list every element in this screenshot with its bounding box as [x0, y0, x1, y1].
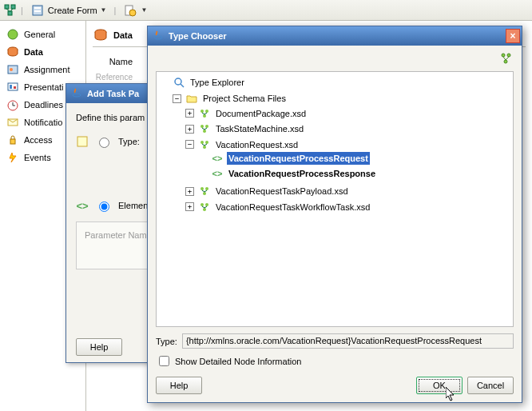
- type-tree[interactable]: Type Explorer − Project Schema Files: [156, 71, 514, 327]
- element-icon: <>: [76, 199, 89, 212]
- svg-line-29: [503, 57, 506, 60]
- tree-tsm-label: TaskStateMachine.xsd: [214, 122, 305, 135]
- expand-icon[interactable]: +: [185, 109, 194, 118]
- tc-help-button[interactable]: Help: [156, 377, 202, 394]
- toolbar-extra-button[interactable]: ▼: [119, 1, 151, 20]
- chevron-down-icon: ▼: [101, 6, 107, 14]
- sidebar-item-label: General: [24, 30, 55, 39]
- svg-rect-7: [34, 10, 41, 12]
- expand-icon[interactable]: +: [185, 202, 194, 211]
- tree-psf-label: Project Schema Files: [201, 92, 288, 105]
- param-name-label: Parameter Name: [85, 230, 152, 240]
- java-icon: [71, 87, 82, 100]
- form-icon: [30, 3, 45, 18]
- auto-layout-icon[interactable]: [3, 3, 18, 18]
- svg-point-40: [203, 130, 206, 133]
- svg-line-57: [204, 206, 207, 208]
- sidebar-item-assignment[interactable]: Assignment: [0, 61, 85, 78]
- svg-rect-14: [8, 83, 18, 90]
- tree-vr-resp[interactable]: <> VacationRequestProcessResponse: [198, 167, 377, 180]
- tree-vr-req[interactable]: <> VacationRequestProcessRequest: [198, 152, 370, 165]
- tree-vrtwt-label: VacationRequestTaskWorkflowTask.xsd: [214, 201, 371, 213]
- tree-tsm[interactable]: + TaskStateMachine.xsd: [185, 122, 305, 135]
- type-radio[interactable]: [99, 138, 109, 148]
- atp-help-button[interactable]: Help: [76, 338, 122, 356]
- svg-point-45: [203, 146, 206, 149]
- tree-psf[interactable]: − Project Schema Files: [173, 92, 288, 105]
- tree-docpkg[interactable]: + DocumentPackage.xsd: [185, 107, 308, 120]
- tree-root[interactable]: Type Explorer: [160, 76, 246, 89]
- svg-point-44: [205, 141, 208, 144]
- assignment-icon: [6, 63, 19, 76]
- svg-rect-1: [11, 5, 15, 9]
- svg-point-48: [200, 187, 204, 190]
- tree-vrtp[interactable]: + VacationRequestTaskPayload.xsd: [185, 185, 350, 198]
- ref-label: Reference: [93, 73, 133, 82]
- svg-point-31: [175, 78, 181, 85]
- svg-point-49: [205, 187, 208, 190]
- svg-point-9: [129, 10, 136, 16]
- svg-rect-24: [77, 137, 87, 146]
- xsd-icon: [198, 201, 211, 213]
- type-icon: [76, 135, 89, 148]
- type-field[interactable]: {http://xmlns.oracle.com/VacationRequest…: [182, 333, 514, 349]
- svg-point-53: [200, 203, 204, 206]
- tc-body: Type Explorer − Project Schema Files: [148, 46, 522, 402]
- name-label: Name: [93, 57, 133, 66]
- xsd-icon: [198, 138, 211, 151]
- show-detail-label: Show Detailed Node Information: [175, 357, 301, 366]
- sidebar-item-label: Presentati: [24, 82, 64, 92]
- close-button[interactable]: ×: [506, 29, 520, 43]
- deadlines-icon: [6, 98, 19, 111]
- svg-line-46: [202, 144, 204, 146]
- svg-point-23: [73, 94, 81, 97]
- folder-open-icon: [185, 92, 198, 105]
- svg-rect-2: [8, 11, 12, 15]
- java-icon: [153, 30, 164, 42]
- sidebar-item-data[interactable]: Data: [0, 43, 85, 61]
- tree-vr-resp-label: VacationRequestProcessResponse: [227, 167, 377, 180]
- svg-rect-0: [5, 5, 9, 9]
- svg-rect-21: [10, 139, 15, 144]
- svg-line-52: [204, 190, 207, 192]
- tc-footer: Help OK Cancel: [156, 377, 514, 394]
- create-form-button[interactable]: Create Form ▼: [26, 1, 111, 20]
- show-detail-checkbox[interactable]: [159, 356, 169, 366]
- xsd-icon: [198, 107, 211, 120]
- svg-point-13: [10, 68, 13, 71]
- close-icon: ×: [510, 31, 515, 41]
- sidebar-item-label: Assignment: [24, 65, 69, 74]
- svg-point-28: [504, 60, 507, 63]
- svg-rect-6: [34, 7, 41, 9]
- tc-titlebar[interactable]: Type Chooser ×: [148, 26, 522, 46]
- collapse-icon[interactable]: −: [185, 140, 194, 149]
- element-icon: <>: [211, 167, 224, 180]
- tree-vrtwt[interactable]: + VacationRequestTaskWorkflowTask.xsd: [185, 201, 371, 213]
- svg-line-42: [204, 128, 207, 130]
- tree-vr-req-label: VacationRequestProcessRequest: [227, 152, 370, 165]
- svg-point-26: [502, 54, 505, 57]
- svg-rect-15: [10, 85, 12, 89]
- sidebar-item-general[interactable]: General: [0, 26, 85, 43]
- chevron-down-icon: ▼: [141, 6, 147, 14]
- ok-button[interactable]: OK: [416, 377, 463, 394]
- expand-icon[interactable]: +: [185, 125, 194, 134]
- svg-point-54: [205, 203, 208, 206]
- svg-line-36: [202, 113, 204, 114]
- access-icon: [6, 134, 19, 146]
- sidebar-item-label: Events: [24, 153, 51, 162]
- cancel-button[interactable]: Cancel: [467, 377, 514, 394]
- general-icon: [6, 28, 19, 41]
- svg-line-41: [202, 128, 204, 130]
- sidebar-item-label: Access: [24, 135, 52, 145]
- tree-docpkg-label: DocumentPackage.xsd: [214, 107, 308, 120]
- schema-tree-icon[interactable]: [499, 52, 514, 66]
- collapse-icon[interactable]: −: [173, 94, 181, 103]
- type-row: Type: {http://xmlns.oracle.com/VacationR…: [156, 333, 514, 349]
- tree-vr[interactable]: − VacationRequest.xsd: [185, 138, 300, 151]
- svg-point-25: [154, 36, 162, 39]
- gear-doc-icon: [123, 3, 137, 18]
- element-radio[interactable]: [99, 202, 109, 212]
- expand-icon[interactable]: +: [185, 187, 194, 196]
- main-toolbar: | Create Form ▼ | ▼: [0, 0, 532, 21]
